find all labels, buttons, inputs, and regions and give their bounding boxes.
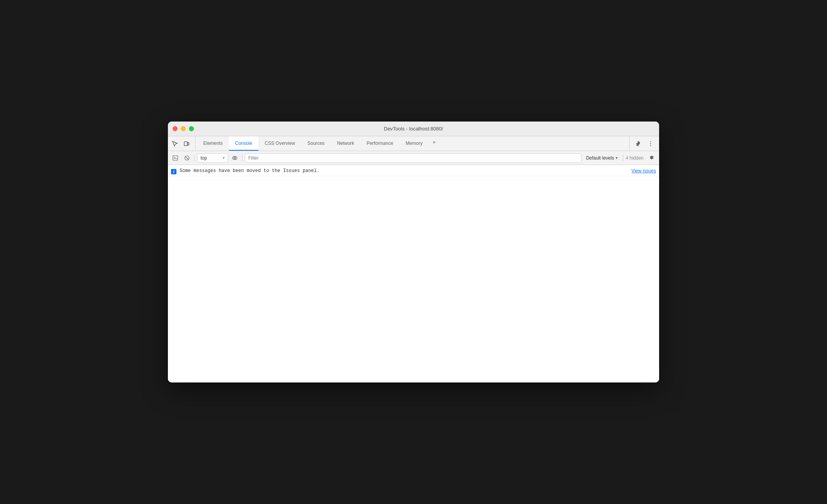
device-toolbar-button[interactable] (181, 138, 192, 149)
message-text: Some messages have been moved to the Iss… (180, 168, 628, 174)
toolbar-divider-2 (242, 155, 243, 162)
tab-memory[interactable]: Memory (400, 136, 429, 151)
svg-point-3 (650, 143, 651, 144)
log-levels-selector[interactable]: Default levels ▾ (583, 153, 621, 163)
view-issues-link[interactable]: View issues (632, 168, 656, 174)
tab-elements[interactable]: Elements (197, 136, 229, 151)
tab-bar: Elements Console CSS Overview Sources Ne… (168, 136, 659, 151)
console-settings-button[interactable] (647, 153, 657, 163)
console-message: Some messages have been moved to the Iss… (168, 167, 659, 176)
console-toolbar: top ▾ Default levels ▾ 4 hidden (168, 151, 659, 165)
tab-network[interactable]: Network (331, 136, 360, 151)
tab-performance[interactable]: Performance (360, 136, 400, 151)
title-bar: DevTools - localhost:8080/ (168, 122, 659, 136)
tab-bar-left-tools (169, 136, 195, 151)
svg-line-8 (185, 156, 188, 160)
devtools-more-button[interactable] (645, 138, 656, 149)
filter-input[interactable] (245, 153, 581, 163)
svg-point-4 (650, 145, 651, 146)
more-tabs-button[interactable]: » (429, 136, 440, 147)
maximize-button[interactable] (189, 126, 194, 131)
info-icon (171, 169, 176, 174)
chevron-down-icon: ▾ (616, 156, 618, 160)
svg-rect-0 (184, 142, 187, 146)
console-content: Some messages have been moved to the Iss… (168, 165, 659, 382)
tab-console[interactable]: Console (229, 136, 258, 151)
tab-sources[interactable]: Sources (301, 136, 331, 151)
devtools-window: DevTools - localhost:8080/ Elements Cons (168, 122, 659, 382)
svg-rect-1 (188, 143, 189, 145)
devtools-settings-button[interactable] (633, 138, 644, 149)
svg-point-9 (232, 156, 237, 160)
window-title: DevTools - localhost:8080/ (384, 126, 443, 132)
traffic-lights (173, 126, 194, 131)
hidden-count-label: 4 hidden (626, 155, 645, 161)
live-expressions-button[interactable] (230, 153, 240, 163)
chevron-down-icon: ▾ (223, 156, 225, 160)
clear-console-button[interactable] (182, 153, 192, 163)
tabs-container: Elements Console CSS Overview Sources Ne… (197, 136, 629, 151)
execute-script-button[interactable] (170, 153, 180, 163)
minimize-button[interactable] (181, 126, 186, 131)
toolbar-divider-1 (194, 155, 195, 162)
tab-css-overview[interactable]: CSS Overview (258, 136, 301, 151)
context-selector[interactable]: top ▾ (197, 153, 228, 163)
svg-point-2 (650, 141, 651, 142)
svg-point-10 (234, 157, 236, 159)
toolbar-divider-3 (623, 155, 623, 162)
close-button[interactable] (173, 126, 178, 131)
inspect-element-button[interactable] (169, 138, 180, 149)
tab-bar-right (629, 136, 659, 151)
